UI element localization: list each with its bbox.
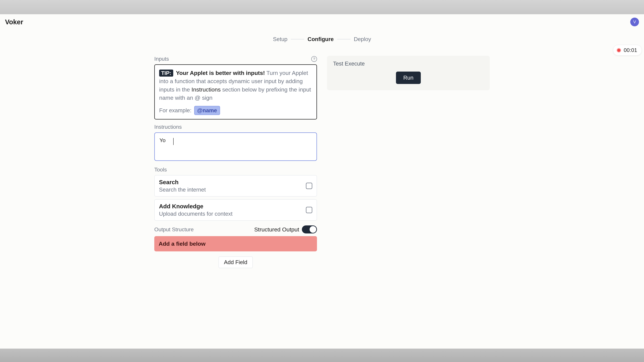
inputs-tip-box: TIP: Your Applet is better with inputs! … <box>154 64 317 119</box>
recording-indicator[interactable]: 00:01 <box>613 45 642 55</box>
instructions-input[interactable]: Yo <box>154 132 317 161</box>
step-setup[interactable]: Setup <box>273 36 288 42</box>
tools-label: Tools <box>154 167 317 173</box>
instructions-text: Yo <box>160 137 166 143</box>
header: Voker V <box>0 14 644 30</box>
tool-knowledge-checkbox[interactable] <box>306 207 312 213</box>
tip-text: TIP: Your Applet is better with inputs! … <box>159 69 312 102</box>
help-icon[interactable]: ? <box>311 56 317 62</box>
output-section: Output Structure Structured Output Add a… <box>154 225 317 268</box>
app-logo[interactable]: Voker <box>5 18 23 26</box>
example-label: For example: <box>159 107 192 114</box>
add-field-button[interactable]: Add Field <box>218 256 252 268</box>
test-execute-title: Test Execute <box>333 60 484 67</box>
step-divider <box>337 39 350 39</box>
run-button[interactable]: Run <box>396 71 421 84</box>
example-row: For example: @name <box>159 106 312 115</box>
left-column: Inputs ? TIP: Your Applet is better with… <box>154 56 317 268</box>
example-token: @name <box>194 106 220 115</box>
step-divider <box>291 39 304 39</box>
stepper: Setup Configure Deploy <box>0 36 644 42</box>
tool-title: Search <box>159 179 206 186</box>
add-field-warning: Add a field below <box>154 236 317 251</box>
recording-time: 00:01 <box>624 47 637 53</box>
structured-output-label: Structured Output <box>254 226 299 233</box>
output-header: Output Structure Structured Output <box>154 225 317 233</box>
toggle-knob <box>310 226 316 233</box>
tool-desc: Search the internet <box>159 187 206 193</box>
tip-instructions-word: Instructions <box>192 86 221 93</box>
tool-search-checkbox[interactable] <box>306 183 312 189</box>
record-icon <box>617 48 621 52</box>
window-titlebar <box>0 0 644 14</box>
tools-section: Tools Search Search the internet Add Kno… <box>154 167 317 221</box>
tool-desc: Upload documents for context <box>159 211 232 217</box>
tool-add-knowledge[interactable]: Add Knowledge Upload documents for conte… <box>154 199 317 221</box>
tip-strong: Your Applet is better with inputs! <box>176 70 265 76</box>
window-bottom-frame <box>0 349 644 362</box>
inputs-label-row: Inputs ? <box>154 56 317 62</box>
tool-title: Add Knowledge <box>159 203 232 210</box>
step-deploy[interactable]: Deploy <box>354 36 371 42</box>
test-execute-panel: Test Execute Run <box>327 56 490 90</box>
avatar[interactable]: V <box>630 17 639 26</box>
main-content: Inputs ? TIP: Your Applet is better with… <box>0 56 644 268</box>
app-window: Voker V Setup Configure Deploy Inputs ? … <box>0 14 644 349</box>
structured-output-toggle[interactable] <box>302 225 317 233</box>
step-configure[interactable]: Configure <box>308 36 334 42</box>
tool-info: Add Knowledge Upload documents for conte… <box>159 203 232 217</box>
instructions-label: Instructions <box>154 124 317 130</box>
right-column: Test Execute Run <box>327 56 490 268</box>
tool-info: Search Search the internet <box>159 179 206 193</box>
output-label: Output Structure <box>154 226 194 233</box>
tip-badge: TIP: <box>159 69 173 77</box>
instructions-section: Instructions Yo <box>154 124 317 161</box>
tool-search[interactable]: Search Search the internet <box>154 175 317 197</box>
text-cursor-icon <box>173 138 174 145</box>
toggle-wrap: Structured Output <box>254 225 317 233</box>
inputs-label: Inputs <box>154 56 169 62</box>
